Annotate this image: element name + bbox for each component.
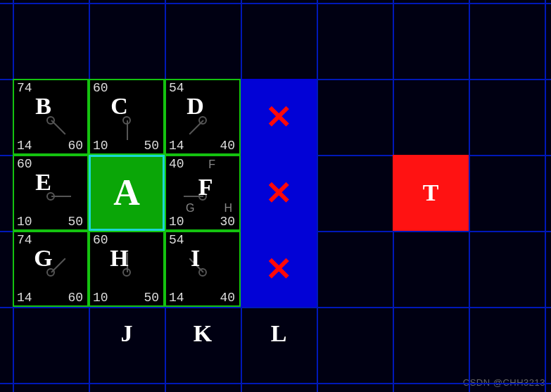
parent-arrow	[51, 120, 65, 134]
node-label: E	[35, 170, 51, 194]
grid-line-vertical	[469, 0, 470, 392]
g-cost: 10	[17, 215, 32, 228]
h-cost: 40	[220, 139, 235, 152]
mini-f: F	[208, 159, 215, 170]
parent-arrow	[127, 120, 128, 140]
node-label: F	[198, 175, 213, 199]
node-label: B	[35, 94, 51, 118]
open-node-E: 601050E	[13, 155, 89, 231]
f-cost: 54	[169, 234, 184, 246]
h-cost: 60	[68, 139, 83, 152]
outer-label-L: L	[271, 322, 287, 346]
f-cost: 60	[93, 82, 108, 94]
start-label: A	[113, 175, 140, 211]
g-cost: 10	[93, 139, 108, 152]
h-cost: 50	[68, 215, 83, 228]
target-label: T	[423, 181, 439, 205]
parent-arrow	[51, 258, 65, 273]
pathfinding-diagram: CSDN @CHH3213 TA741460B601050C541440D601…	[0, 0, 551, 392]
blocked-icon: ✕	[265, 101, 293, 133]
open-node-I: 541440I	[165, 231, 241, 307]
grid-line-vertical	[317, 0, 318, 392]
node-label: C	[110, 94, 128, 118]
f-cost: 74	[17, 234, 32, 246]
mini-h: H	[224, 203, 232, 214]
g-cost: 14	[169, 291, 184, 304]
node-label: D	[186, 94, 204, 118]
open-node-F: 401030FFGH	[165, 155, 241, 231]
outer-label-K: K	[194, 322, 212, 346]
f-cost: 54	[169, 82, 184, 94]
g-cost: 10	[169, 215, 184, 228]
open-node-D: 541440D	[165, 79, 241, 155]
g-cost: 10	[93, 291, 108, 304]
start-cell: A	[89, 155, 165, 231]
f-cost: 74	[17, 82, 32, 94]
h-cost: 50	[144, 139, 159, 152]
parent-arrow	[51, 196, 71, 197]
f-cost: 40	[169, 158, 184, 170]
h-cost: 40	[220, 291, 235, 304]
node-label: I	[191, 246, 200, 270]
g-cost: 14	[17, 291, 32, 304]
grid-line-horizontal	[0, 307, 551, 308]
node-label: G	[34, 246, 52, 270]
h-cost: 50	[144, 291, 159, 304]
g-cost: 14	[17, 139, 32, 152]
open-node-C: 601050C	[89, 79, 165, 155]
target-cell: T	[393, 155, 469, 231]
blocked-icon: ✕	[265, 177, 293, 209]
open-node-B: 741460B	[13, 79, 89, 155]
grid-line-horizontal	[0, 383, 551, 384]
grid-line-horizontal	[0, 3, 551, 4]
open-node-H: 601050H	[89, 231, 165, 307]
parent-arrow	[189, 120, 203, 134]
f-cost: 60	[17, 158, 32, 170]
mini-g: G	[186, 203, 194, 214]
f-cost: 60	[93, 234, 108, 246]
grid-line-vertical	[545, 0, 546, 392]
blocked-icon: ✕	[265, 253, 293, 285]
h-cost: 60	[68, 291, 83, 304]
g-cost: 14	[169, 139, 184, 152]
h-cost: 30	[220, 215, 235, 228]
outer-label-J: J	[121, 322, 133, 346]
open-node-G: 741460G	[13, 231, 89, 307]
node-label: H	[110, 246, 128, 270]
